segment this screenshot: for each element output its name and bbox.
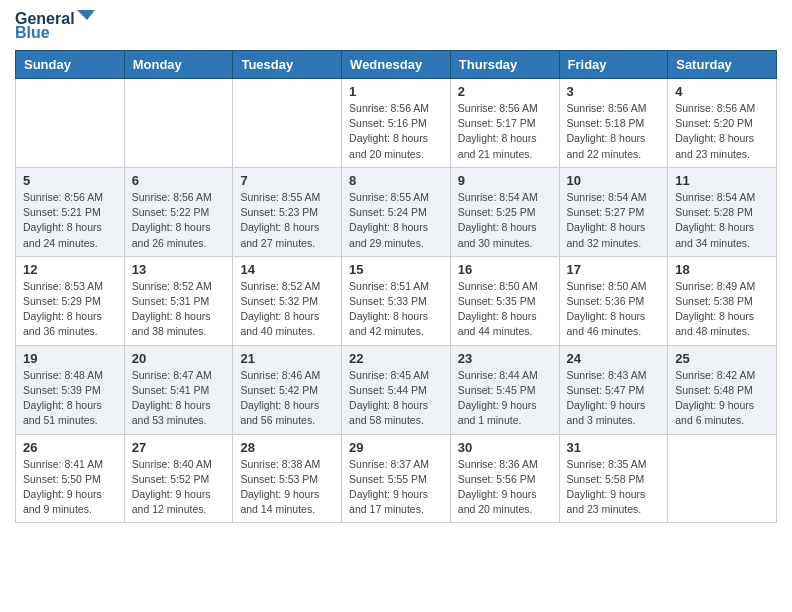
calendar-cell bbox=[16, 79, 125, 168]
weekday-header-friday: Friday bbox=[559, 51, 668, 79]
cell-info: Sunrise: 8:41 AMSunset: 5:50 PMDaylight:… bbox=[23, 457, 117, 518]
cell-info: Sunrise: 8:38 AMSunset: 5:53 PMDaylight:… bbox=[240, 457, 334, 518]
logo-flag-icon bbox=[77, 10, 97, 26]
calendar-cell: 31 Sunrise: 8:35 AMSunset: 5:58 PMDaylig… bbox=[559, 434, 668, 523]
cell-info: Sunrise: 8:49 AMSunset: 5:38 PMDaylight:… bbox=[675, 279, 769, 340]
calendar-cell: 27 Sunrise: 8:40 AMSunset: 5:52 PMDaylig… bbox=[124, 434, 233, 523]
calendar-cell: 16 Sunrise: 8:50 AMSunset: 5:35 PMDaylig… bbox=[450, 256, 559, 345]
cell-day-number: 29 bbox=[349, 440, 443, 455]
calendar-cell: 24 Sunrise: 8:43 AMSunset: 5:47 PMDaylig… bbox=[559, 345, 668, 434]
cell-day-number: 19 bbox=[23, 351, 117, 366]
calendar-cell: 3 Sunrise: 8:56 AMSunset: 5:18 PMDayligh… bbox=[559, 79, 668, 168]
cell-day-number: 28 bbox=[240, 440, 334, 455]
cell-day-number: 31 bbox=[567, 440, 661, 455]
cell-info: Sunrise: 8:55 AMSunset: 5:24 PMDaylight:… bbox=[349, 190, 443, 251]
week-row-2: 5 Sunrise: 8:56 AMSunset: 5:21 PMDayligh… bbox=[16, 167, 777, 256]
cell-day-number: 7 bbox=[240, 173, 334, 188]
weekday-header-saturday: Saturday bbox=[668, 51, 777, 79]
cell-day-number: 27 bbox=[132, 440, 226, 455]
logo-blue: Blue bbox=[15, 24, 50, 42]
cell-info: Sunrise: 8:37 AMSunset: 5:55 PMDaylight:… bbox=[349, 457, 443, 518]
cell-day-number: 8 bbox=[349, 173, 443, 188]
cell-info: Sunrise: 8:36 AMSunset: 5:56 PMDaylight:… bbox=[458, 457, 552, 518]
calendar-cell: 13 Sunrise: 8:52 AMSunset: 5:31 PMDaylig… bbox=[124, 256, 233, 345]
calendar-cell: 5 Sunrise: 8:56 AMSunset: 5:21 PMDayligh… bbox=[16, 167, 125, 256]
cell-day-number: 14 bbox=[240, 262, 334, 277]
cell-info: Sunrise: 8:50 AMSunset: 5:36 PMDaylight:… bbox=[567, 279, 661, 340]
calendar-cell: 23 Sunrise: 8:44 AMSunset: 5:45 PMDaylig… bbox=[450, 345, 559, 434]
cell-info: Sunrise: 8:42 AMSunset: 5:48 PMDaylight:… bbox=[675, 368, 769, 429]
cell-day-number: 21 bbox=[240, 351, 334, 366]
cell-day-number: 23 bbox=[458, 351, 552, 366]
calendar-cell: 28 Sunrise: 8:38 AMSunset: 5:53 PMDaylig… bbox=[233, 434, 342, 523]
cell-day-number: 10 bbox=[567, 173, 661, 188]
week-row-4: 19 Sunrise: 8:48 AMSunset: 5:39 PMDaylig… bbox=[16, 345, 777, 434]
calendar-cell: 12 Sunrise: 8:53 AMSunset: 5:29 PMDaylig… bbox=[16, 256, 125, 345]
calendar-cell: 7 Sunrise: 8:55 AMSunset: 5:23 PMDayligh… bbox=[233, 167, 342, 256]
weekday-header-tuesday: Tuesday bbox=[233, 51, 342, 79]
cell-info: Sunrise: 8:56 AMSunset: 5:17 PMDaylight:… bbox=[458, 101, 552, 162]
cell-day-number: 5 bbox=[23, 173, 117, 188]
calendar-cell bbox=[233, 79, 342, 168]
cell-info: Sunrise: 8:54 AMSunset: 5:27 PMDaylight:… bbox=[567, 190, 661, 251]
calendar-cell: 15 Sunrise: 8:51 AMSunset: 5:33 PMDaylig… bbox=[342, 256, 451, 345]
cell-day-number: 16 bbox=[458, 262, 552, 277]
cell-day-number: 1 bbox=[349, 84, 443, 99]
weekday-header-wednesday: Wednesday bbox=[342, 51, 451, 79]
cell-info: Sunrise: 8:52 AMSunset: 5:32 PMDaylight:… bbox=[240, 279, 334, 340]
cell-day-number: 2 bbox=[458, 84, 552, 99]
calendar-cell: 8 Sunrise: 8:55 AMSunset: 5:24 PMDayligh… bbox=[342, 167, 451, 256]
weekday-header-row: SundayMondayTuesdayWednesdayThursdayFrid… bbox=[16, 51, 777, 79]
calendar-cell: 14 Sunrise: 8:52 AMSunset: 5:32 PMDaylig… bbox=[233, 256, 342, 345]
cell-info: Sunrise: 8:55 AMSunset: 5:23 PMDaylight:… bbox=[240, 190, 334, 251]
calendar-cell: 29 Sunrise: 8:37 AMSunset: 5:55 PMDaylig… bbox=[342, 434, 451, 523]
cell-info: Sunrise: 8:45 AMSunset: 5:44 PMDaylight:… bbox=[349, 368, 443, 429]
calendar-cell: 21 Sunrise: 8:46 AMSunset: 5:42 PMDaylig… bbox=[233, 345, 342, 434]
cell-info: Sunrise: 8:35 AMSunset: 5:58 PMDaylight:… bbox=[567, 457, 661, 518]
cell-info: Sunrise: 8:50 AMSunset: 5:35 PMDaylight:… bbox=[458, 279, 552, 340]
cell-info: Sunrise: 8:48 AMSunset: 5:39 PMDaylight:… bbox=[23, 368, 117, 429]
calendar-cell: 10 Sunrise: 8:54 AMSunset: 5:27 PMDaylig… bbox=[559, 167, 668, 256]
cell-day-number: 12 bbox=[23, 262, 117, 277]
cell-info: Sunrise: 8:56 AMSunset: 5:20 PMDaylight:… bbox=[675, 101, 769, 162]
cell-day-number: 9 bbox=[458, 173, 552, 188]
week-row-1: 1 Sunrise: 8:56 AMSunset: 5:16 PMDayligh… bbox=[16, 79, 777, 168]
weekday-header-sunday: Sunday bbox=[16, 51, 125, 79]
cell-day-number: 6 bbox=[132, 173, 226, 188]
calendar-cell: 26 Sunrise: 8:41 AMSunset: 5:50 PMDaylig… bbox=[16, 434, 125, 523]
cell-info: Sunrise: 8:56 AMSunset: 5:22 PMDaylight:… bbox=[132, 190, 226, 251]
cell-day-number: 3 bbox=[567, 84, 661, 99]
cell-info: Sunrise: 8:46 AMSunset: 5:42 PMDaylight:… bbox=[240, 368, 334, 429]
calendar-cell bbox=[124, 79, 233, 168]
calendar-cell: 2 Sunrise: 8:56 AMSunset: 5:17 PMDayligh… bbox=[450, 79, 559, 168]
cell-info: Sunrise: 8:53 AMSunset: 5:29 PMDaylight:… bbox=[23, 279, 117, 340]
cell-day-number: 30 bbox=[458, 440, 552, 455]
calendar-cell: 11 Sunrise: 8:54 AMSunset: 5:28 PMDaylig… bbox=[668, 167, 777, 256]
cell-day-number: 15 bbox=[349, 262, 443, 277]
weekday-header-monday: Monday bbox=[124, 51, 233, 79]
calendar-cell: 30 Sunrise: 8:36 AMSunset: 5:56 PMDaylig… bbox=[450, 434, 559, 523]
cell-info: Sunrise: 8:43 AMSunset: 5:47 PMDaylight:… bbox=[567, 368, 661, 429]
cell-info: Sunrise: 8:54 AMSunset: 5:28 PMDaylight:… bbox=[675, 190, 769, 251]
calendar-cell: 19 Sunrise: 8:48 AMSunset: 5:39 PMDaylig… bbox=[16, 345, 125, 434]
cell-day-number: 25 bbox=[675, 351, 769, 366]
calendar-cell bbox=[668, 434, 777, 523]
cell-day-number: 17 bbox=[567, 262, 661, 277]
week-row-3: 12 Sunrise: 8:53 AMSunset: 5:29 PMDaylig… bbox=[16, 256, 777, 345]
cell-day-number: 13 bbox=[132, 262, 226, 277]
header: General Blue bbox=[15, 10, 777, 42]
cell-info: Sunrise: 8:47 AMSunset: 5:41 PMDaylight:… bbox=[132, 368, 226, 429]
cell-info: Sunrise: 8:40 AMSunset: 5:52 PMDaylight:… bbox=[132, 457, 226, 518]
cell-info: Sunrise: 8:51 AMSunset: 5:33 PMDaylight:… bbox=[349, 279, 443, 340]
calendar-table: SundayMondayTuesdayWednesdayThursdayFrid… bbox=[15, 50, 777, 523]
cell-info: Sunrise: 8:56 AMSunset: 5:16 PMDaylight:… bbox=[349, 101, 443, 162]
calendar-cell: 25 Sunrise: 8:42 AMSunset: 5:48 PMDaylig… bbox=[668, 345, 777, 434]
calendar-cell: 9 Sunrise: 8:54 AMSunset: 5:25 PMDayligh… bbox=[450, 167, 559, 256]
cell-day-number: 11 bbox=[675, 173, 769, 188]
cell-info: Sunrise: 8:56 AMSunset: 5:21 PMDaylight:… bbox=[23, 190, 117, 251]
calendar-cell: 17 Sunrise: 8:50 AMSunset: 5:36 PMDaylig… bbox=[559, 256, 668, 345]
svg-marker-0 bbox=[77, 10, 95, 20]
cell-info: Sunrise: 8:44 AMSunset: 5:45 PMDaylight:… bbox=[458, 368, 552, 429]
logo: General Blue bbox=[15, 10, 97, 42]
calendar-cell: 6 Sunrise: 8:56 AMSunset: 5:22 PMDayligh… bbox=[124, 167, 233, 256]
